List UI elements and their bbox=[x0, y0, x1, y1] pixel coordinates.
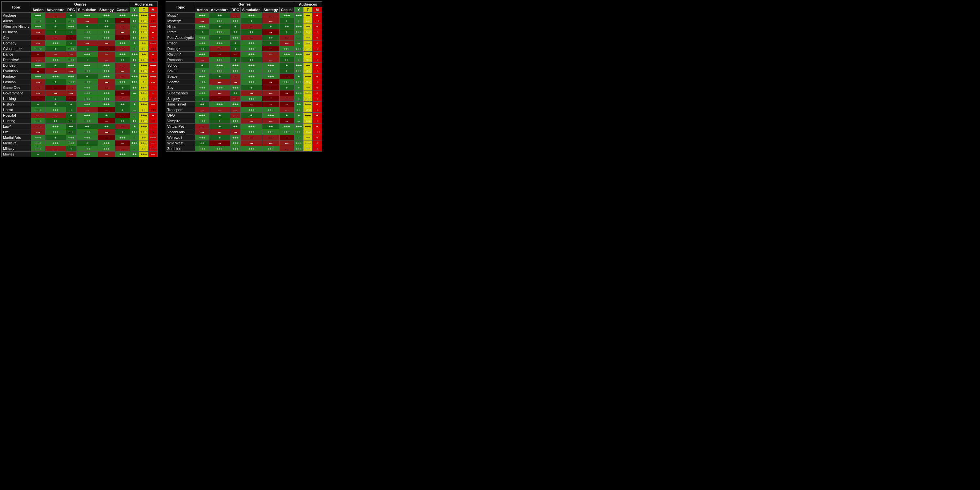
genre-cell-rpg: +++ bbox=[66, 57, 76, 63]
topic-cell: Military bbox=[2, 146, 31, 151]
aud-cell-m: + bbox=[313, 24, 322, 29]
table-row: Medieval+++++++++++++--++++++++ bbox=[2, 140, 158, 146]
aud-cell-e: +++ bbox=[139, 68, 148, 74]
genre-cell-action: --- bbox=[195, 124, 209, 129]
genre-cell-casual: ++ bbox=[279, 24, 294, 29]
topic-cell: Romance bbox=[165, 57, 195, 63]
topic-cell: Transport bbox=[165, 107, 195, 113]
genre-cell-simulation: +++ bbox=[76, 29, 98, 35]
genre-cell-casual: ++ bbox=[115, 57, 130, 63]
table-row: Werewolf+++++++----------+++ bbox=[165, 135, 322, 140]
table-row: Space++++---++++++--+++++ bbox=[165, 74, 322, 80]
genre-cell-rpg: +++ bbox=[66, 24, 76, 29]
table1-container: Topic Genres Audiences ActionAdventureRP… bbox=[1, 1, 158, 157]
genre-cell-strategy: --- bbox=[98, 80, 115, 85]
aud-cell-m: + bbox=[148, 91, 158, 96]
genre-cell-adventure: + bbox=[209, 124, 230, 129]
aud-cell-m: ++ bbox=[148, 151, 158, 157]
genre-cell-casual: + bbox=[115, 107, 130, 113]
aud-cell-y: +++ bbox=[294, 124, 303, 129]
genre-cell-simulation: --- bbox=[241, 91, 262, 96]
genre-cell-simulation: --- bbox=[241, 140, 262, 146]
aud-cell-e: +++ bbox=[139, 74, 148, 80]
aud-cell-m: + bbox=[313, 146, 322, 151]
genre-cell-simulation: +++ bbox=[241, 129, 262, 135]
topic-cell: Prison bbox=[165, 40, 195, 46]
aud-cell-y: +++ bbox=[294, 68, 303, 74]
genre-cell-action: +++ bbox=[31, 18, 45, 24]
genre-cell-casual: -- bbox=[279, 102, 294, 107]
topic-cell: Rhythm* bbox=[165, 52, 195, 57]
aud-cell-m: +++ bbox=[148, 46, 158, 52]
genre-cell-casual: -- bbox=[279, 118, 294, 124]
genre-cell-action: +++ bbox=[31, 135, 45, 140]
col-header-casual: Casual bbox=[115, 7, 130, 13]
genre-cell-rpg: --- bbox=[230, 74, 241, 80]
aud-cell-y: -- bbox=[130, 135, 139, 140]
genre-cell-casual: -- bbox=[115, 140, 130, 146]
genre-cell-casual: -- bbox=[279, 74, 294, 80]
table1: Topic Genres Audiences ActionAdventureRP… bbox=[1, 1, 158, 157]
genre-cell-casual: + bbox=[115, 129, 130, 135]
aud-cell-m: + bbox=[313, 91, 322, 96]
genre-cell-simulation: + bbox=[241, 113, 262, 118]
col-header-strategy: Strategy bbox=[262, 7, 279, 13]
genre-cell-adventure: -- bbox=[209, 52, 230, 57]
genre-cell-rpg: +++ bbox=[66, 140, 76, 146]
aud-cell-y: +++ bbox=[294, 46, 303, 52]
genre-cell-rpg: +++ bbox=[230, 102, 241, 107]
genre-cell-simulation: +++ bbox=[241, 74, 262, 80]
genre-cell-casual: + bbox=[279, 85, 294, 91]
genre-cell-action: --- bbox=[31, 80, 45, 85]
genre-cell-adventure: +++ bbox=[45, 57, 66, 63]
genre-cell-adventure: + bbox=[45, 46, 66, 52]
table-row: History+++++++++++++++++ bbox=[2, 102, 158, 107]
genre-cell-simulation: +++ bbox=[76, 52, 98, 57]
genre-cell-strategy: -- bbox=[262, 46, 279, 52]
genre-cell-action: +++ bbox=[31, 140, 45, 146]
genre-cell-simulation: +++ bbox=[76, 118, 98, 124]
aud-header-m: M bbox=[313, 7, 322, 13]
topic-cell: Airplane bbox=[2, 13, 31, 18]
genre-cell-rpg: + bbox=[230, 46, 241, 52]
aud-cell-y: ++ bbox=[130, 85, 139, 91]
genre-cell-simulation: +++ bbox=[76, 113, 98, 118]
genre-cell-strategy: --- bbox=[98, 57, 115, 63]
genre-cell-strategy: ++ bbox=[262, 35, 279, 40]
col-header-action: Action bbox=[31, 7, 45, 13]
genre-cell-adventure: ++ bbox=[209, 13, 230, 18]
table-row: Fantasy+++++++++++++---+++++++++ bbox=[2, 74, 158, 80]
genre-cell-strategy: ++ bbox=[98, 24, 115, 29]
table-row: Post Apocalyptic+++++++---++------+++ bbox=[165, 35, 322, 40]
aud-cell-e: ++ bbox=[304, 63, 313, 68]
topic-cell: Superheroes bbox=[165, 91, 195, 96]
table-row: Alternate History++++++++++------++++++ bbox=[2, 24, 158, 29]
aud-cell-y: +++ bbox=[294, 13, 303, 18]
genre-cell-adventure: + bbox=[209, 24, 230, 29]
topic-cell: Evolution bbox=[2, 68, 31, 74]
genre-cell-rpg: + bbox=[66, 29, 76, 35]
genre-cell-adventure: --- bbox=[209, 91, 230, 96]
aud-cell-e: ++ bbox=[139, 40, 148, 46]
genre-cell-casual: -- bbox=[115, 91, 130, 96]
genre-cell-simulation: +++ bbox=[241, 46, 262, 52]
genre-cell-action: --- bbox=[31, 29, 45, 35]
topic-cell: City bbox=[2, 35, 31, 40]
topic-cell: Space bbox=[165, 74, 195, 80]
topic-cell: Sports* bbox=[165, 80, 195, 85]
genre-cell-strategy: --- bbox=[98, 85, 115, 91]
table-row: Dungeon+++++++++++++---+++++++ bbox=[2, 63, 158, 68]
genre-cell-rpg: ++ bbox=[66, 124, 76, 129]
aud-cell-m: -- bbox=[148, 85, 158, 91]
genre-cell-adventure: + bbox=[209, 74, 230, 80]
aud-header-e: E bbox=[304, 7, 313, 13]
aud-cell-m: ++ bbox=[148, 118, 158, 124]
genre-cell-adventure: +++ bbox=[209, 40, 230, 46]
genre-cell-strategy: --- bbox=[98, 40, 115, 46]
aud-cell-m: + bbox=[313, 135, 322, 140]
genre-cell-simulation: ++ bbox=[241, 29, 262, 35]
topic-cell: Cyberpunk* bbox=[2, 46, 31, 52]
genre-cell-simulation: +++ bbox=[241, 107, 262, 113]
genre-cell-strategy: + bbox=[262, 40, 279, 46]
topic-cell: Pirate bbox=[165, 29, 195, 35]
